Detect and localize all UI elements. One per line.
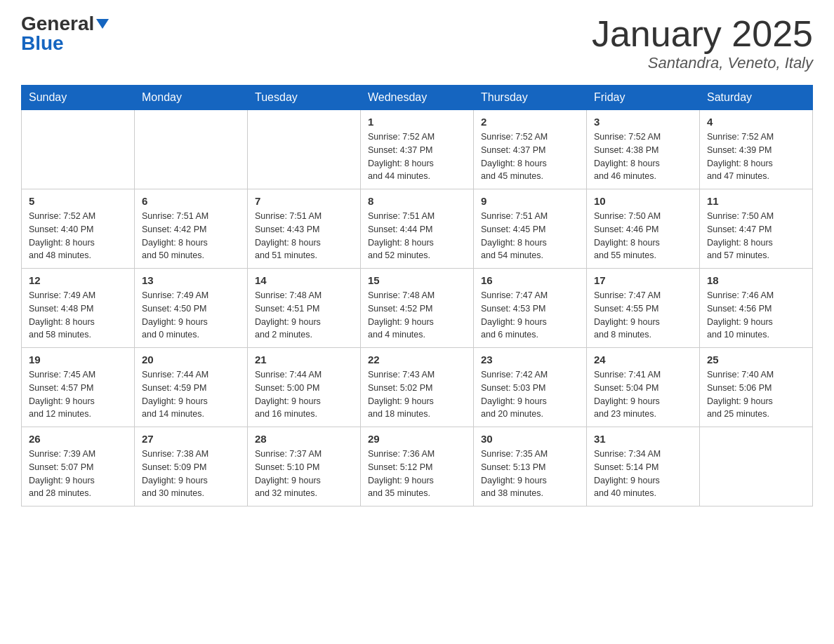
day-number: 22 [368, 354, 466, 365]
calendar-header-friday: Friday [587, 86, 700, 110]
calendar-cell: 11Sunrise: 7:50 AMSunset: 4:47 PMDayligh… [700, 189, 813, 269]
calendar-cell: 2Sunrise: 7:52 AMSunset: 4:37 PMDaylight… [474, 110, 587, 189]
title-block: January 2025 Santandra, Veneto, Italy [592, 14, 813, 72]
day-number: 12 [29, 274, 127, 286]
calendar-cell: 3Sunrise: 7:52 AMSunset: 4:38 PMDaylight… [587, 110, 700, 189]
day-info: Sunrise: 7:52 AMSunset: 4:38 PMDaylight:… [594, 130, 692, 183]
calendar-cell [700, 427, 813, 507]
day-info: Sunrise: 7:49 AMSunset: 4:48 PMDaylight:… [29, 289, 127, 342]
calendar-header-tuesday: Tuesday [248, 86, 361, 110]
day-info: Sunrise: 7:52 AMSunset: 4:37 PMDaylight:… [481, 130, 579, 183]
day-number: 28 [255, 433, 353, 445]
calendar-cell [135, 110, 248, 189]
calendar-cell [22, 110, 135, 189]
calendar-cell: 15Sunrise: 7:48 AMSunset: 4:52 PMDayligh… [361, 269, 474, 348]
day-number: 2 [481, 116, 579, 128]
day-info: Sunrise: 7:50 AMSunset: 4:46 PMDaylight:… [594, 210, 692, 262]
day-number: 6 [142, 195, 240, 207]
logo: General Blue [21, 14, 109, 53]
calendar-week-row: 12Sunrise: 7:49 AMSunset: 4:48 PMDayligh… [22, 269, 813, 348]
day-number: 15 [368, 274, 466, 286]
calendar-cell: 14Sunrise: 7:48 AMSunset: 4:51 PMDayligh… [248, 269, 361, 348]
calendar-header-saturday: Saturday [700, 86, 813, 110]
day-info: Sunrise: 7:50 AMSunset: 4:47 PMDaylight:… [707, 210, 805, 262]
day-number: 23 [481, 354, 579, 365]
calendar-cell: 29Sunrise: 7:36 AMSunset: 5:12 PMDayligh… [361, 427, 474, 507]
day-info: Sunrise: 7:51 AMSunset: 4:44 PMDaylight:… [368, 210, 466, 262]
day-info: Sunrise: 7:46 AMSunset: 4:56 PMDaylight:… [707, 289, 805, 342]
calendar-header-thursday: Thursday [474, 86, 587, 110]
day-info: Sunrise: 7:45 AMSunset: 4:57 PMDaylight:… [29, 368, 127, 421]
day-info: Sunrise: 7:48 AMSunset: 4:52 PMDaylight:… [368, 289, 466, 342]
calendar-week-row: 5Sunrise: 7:52 AMSunset: 4:40 PMDaylight… [22, 189, 813, 269]
day-number: 20 [142, 354, 240, 365]
day-number: 8 [368, 195, 466, 207]
day-info: Sunrise: 7:51 AMSunset: 4:42 PMDaylight:… [142, 210, 240, 262]
day-info: Sunrise: 7:44 AMSunset: 5:00 PMDaylight:… [255, 368, 353, 421]
calendar-cell [248, 110, 361, 189]
day-number: 26 [29, 433, 127, 445]
calendar-week-row: 26Sunrise: 7:39 AMSunset: 5:07 PMDayligh… [22, 427, 813, 507]
day-number: 7 [255, 195, 353, 207]
calendar-cell: 9Sunrise: 7:51 AMSunset: 4:45 PMDaylight… [474, 189, 587, 269]
calendar-table: SundayMondayTuesdayWednesdayThursdayFrid… [21, 85, 813, 507]
calendar-cell: 22Sunrise: 7:43 AMSunset: 5:02 PMDayligh… [361, 348, 474, 427]
calendar-cell: 6Sunrise: 7:51 AMSunset: 4:42 PMDaylight… [135, 189, 248, 269]
day-info: Sunrise: 7:51 AMSunset: 4:45 PMDaylight:… [481, 210, 579, 262]
calendar-cell: 23Sunrise: 7:42 AMSunset: 5:03 PMDayligh… [474, 348, 587, 427]
day-info: Sunrise: 7:43 AMSunset: 5:02 PMDaylight:… [368, 368, 466, 421]
calendar-cell: 4Sunrise: 7:52 AMSunset: 4:39 PMDaylight… [700, 110, 813, 189]
calendar-cell: 19Sunrise: 7:45 AMSunset: 4:57 PMDayligh… [22, 348, 135, 427]
day-number: 30 [481, 433, 579, 445]
day-info: Sunrise: 7:52 AMSunset: 4:37 PMDaylight:… [368, 130, 466, 183]
calendar-header-wednesday: Wednesday [361, 86, 474, 110]
day-number: 25 [707, 354, 805, 365]
calendar-cell: 12Sunrise: 7:49 AMSunset: 4:48 PMDayligh… [22, 269, 135, 348]
day-info: Sunrise: 7:44 AMSunset: 4:59 PMDaylight:… [142, 368, 240, 421]
day-number: 21 [255, 354, 353, 365]
day-number: 14 [255, 274, 353, 286]
day-info: Sunrise: 7:37 AMSunset: 5:10 PMDaylight:… [255, 448, 353, 500]
day-number: 3 [594, 116, 692, 128]
day-number: 27 [142, 433, 240, 445]
logo-general-text: General [21, 14, 109, 34]
day-number: 11 [707, 195, 805, 207]
calendar-cell: 28Sunrise: 7:37 AMSunset: 5:10 PMDayligh… [248, 427, 361, 507]
calendar-header-row: SundayMondayTuesdayWednesdayThursdayFrid… [22, 86, 813, 110]
calendar-cell: 27Sunrise: 7:38 AMSunset: 5:09 PMDayligh… [135, 427, 248, 507]
calendar-cell: 13Sunrise: 7:49 AMSunset: 4:50 PMDayligh… [135, 269, 248, 348]
calendar-cell: 26Sunrise: 7:39 AMSunset: 5:07 PMDayligh… [22, 427, 135, 507]
day-number: 4 [707, 116, 805, 128]
day-number: 5 [29, 195, 127, 207]
logo-blue-text: Blue [21, 34, 64, 53]
calendar-header-sunday: Sunday [22, 86, 135, 110]
day-number: 18 [707, 274, 805, 286]
day-info: Sunrise: 7:47 AMSunset: 4:55 PMDaylight:… [594, 289, 692, 342]
location: Santandra, Veneto, Italy [592, 54, 813, 72]
calendar-cell: 1Sunrise: 7:52 AMSunset: 4:37 PMDaylight… [361, 110, 474, 189]
calendar-cell: 30Sunrise: 7:35 AMSunset: 5:13 PMDayligh… [474, 427, 587, 507]
calendar-cell: 20Sunrise: 7:44 AMSunset: 4:59 PMDayligh… [135, 348, 248, 427]
calendar-cell: 17Sunrise: 7:47 AMSunset: 4:55 PMDayligh… [587, 269, 700, 348]
month-title: January 2025 [592, 14, 813, 54]
calendar-cell: 7Sunrise: 7:51 AMSunset: 4:43 PMDaylight… [248, 189, 361, 269]
calendar-cell: 18Sunrise: 7:46 AMSunset: 4:56 PMDayligh… [700, 269, 813, 348]
day-number: 24 [594, 354, 692, 365]
day-info: Sunrise: 7:51 AMSunset: 4:43 PMDaylight:… [255, 210, 353, 262]
calendar-week-row: 1Sunrise: 7:52 AMSunset: 4:37 PMDaylight… [22, 110, 813, 189]
day-number: 10 [594, 195, 692, 207]
day-info: Sunrise: 7:42 AMSunset: 5:03 PMDaylight:… [481, 368, 579, 421]
day-info: Sunrise: 7:48 AMSunset: 4:51 PMDaylight:… [255, 289, 353, 342]
calendar-cell: 24Sunrise: 7:41 AMSunset: 5:04 PMDayligh… [587, 348, 700, 427]
day-info: Sunrise: 7:41 AMSunset: 5:04 PMDaylight:… [594, 368, 692, 421]
day-number: 31 [594, 433, 692, 445]
calendar-week-row: 19Sunrise: 7:45 AMSunset: 4:57 PMDayligh… [22, 348, 813, 427]
day-number: 1 [368, 116, 466, 128]
day-info: Sunrise: 7:40 AMSunset: 5:06 PMDaylight:… [707, 368, 805, 421]
calendar-cell: 16Sunrise: 7:47 AMSunset: 4:53 PMDayligh… [474, 269, 587, 348]
calendar-header-monday: Monday [135, 86, 248, 110]
day-number: 13 [142, 274, 240, 286]
day-info: Sunrise: 7:49 AMSunset: 4:50 PMDaylight:… [142, 289, 240, 342]
day-info: Sunrise: 7:35 AMSunset: 5:13 PMDaylight:… [481, 448, 579, 500]
calendar-cell: 10Sunrise: 7:50 AMSunset: 4:46 PMDayligh… [587, 189, 700, 269]
